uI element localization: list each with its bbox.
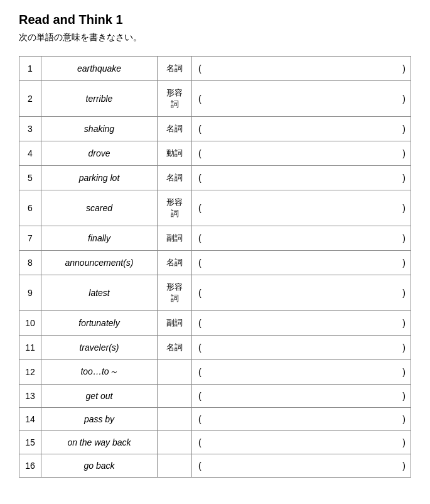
- open-paren: (: [198, 124, 202, 134]
- row-word: get out: [41, 385, 158, 408]
- row-number: 7: [19, 226, 41, 251]
- row-pos: 形容詞: [158, 275, 192, 311]
- close-paren: ): [402, 461, 406, 471]
- row-word: fortunately: [41, 311, 158, 336]
- row-word: pass by: [41, 408, 158, 431]
- row-word: on the way back: [41, 431, 158, 454]
- row-pos: 名詞: [158, 166, 192, 190]
- row-pos: [158, 431, 192, 454]
- table-row: 13get out(): [19, 385, 411, 408]
- row-pos: 動詞: [158, 141, 192, 166]
- close-paren: ): [402, 414, 406, 424]
- row-answer: (): [192, 81, 411, 117]
- table-row: 7finally副詞(): [19, 226, 411, 251]
- row-answer: (): [192, 454, 411, 478]
- close-paren: ): [402, 203, 406, 213]
- row-number: 6: [19, 190, 41, 226]
- row-number: 1: [19, 57, 41, 81]
- row-pos: 副詞: [158, 226, 192, 251]
- open-paren: (: [198, 94, 202, 104]
- table-row: 3shaking名詞(): [19, 117, 411, 141]
- open-paren: (: [198, 203, 202, 213]
- row-number: 11: [19, 336, 41, 360]
- table-row: 10fortunately副詞(): [19, 311, 411, 336]
- subtitle: 次の単語の意味を書きなさい。: [19, 32, 411, 43]
- close-paren: ): [402, 233, 406, 243]
- row-pos: [158, 360, 192, 385]
- open-paren: (: [198, 288, 202, 298]
- table-row: 8announcement(s)名詞(): [19, 251, 411, 275]
- row-pos: [158, 385, 192, 408]
- row-pos: 名詞: [158, 251, 192, 275]
- table-row: 14pass by(): [19, 408, 411, 431]
- row-number: 4: [19, 141, 41, 166]
- row-pos: 形容詞: [158, 190, 192, 226]
- row-pos: 名詞: [158, 57, 192, 81]
- close-paren: ): [402, 148, 406, 158]
- row-number: 16: [19, 454, 41, 478]
- vocabulary-table: 1earthquake名詞()2terrible形容詞()3shaking名詞(…: [19, 56, 411, 478]
- open-paren: (: [198, 367, 202, 377]
- row-word: earthquake: [41, 57, 158, 81]
- close-paren: ): [402, 63, 406, 74]
- row-answer: (): [192, 385, 411, 408]
- row-word: announcement(s): [41, 251, 158, 275]
- row-answer: (): [192, 166, 411, 190]
- table-row: 2terrible形容詞(): [19, 81, 411, 117]
- row-word: scared: [41, 190, 158, 226]
- page-title: Read and Think 1: [19, 13, 411, 27]
- row-number: 15: [19, 431, 41, 454]
- row-pos: [158, 408, 192, 431]
- close-paren: ): [402, 288, 406, 298]
- row-word: drove: [41, 141, 158, 166]
- row-answer: (): [192, 226, 411, 251]
- open-paren: (: [198, 437, 202, 447]
- table-row: 6scared形容詞(): [19, 190, 411, 226]
- close-paren: ): [402, 258, 406, 268]
- row-word: terrible: [41, 81, 158, 117]
- close-paren: ): [402, 342, 406, 353]
- row-answer: (): [192, 431, 411, 454]
- row-word: parking lot: [41, 166, 158, 190]
- row-pos: 名詞: [158, 117, 192, 141]
- close-paren: ): [402, 367, 406, 377]
- row-number: 12: [19, 360, 41, 385]
- open-paren: (: [198, 342, 202, 353]
- row-number: 14: [19, 408, 41, 431]
- open-paren: (: [198, 233, 202, 243]
- table-row: 11traveler(s)名詞(): [19, 336, 411, 360]
- close-paren: ): [402, 94, 406, 104]
- row-number: 3: [19, 117, 41, 141]
- open-paren: (: [198, 414, 202, 424]
- row-answer: (): [192, 360, 411, 385]
- close-paren: ): [402, 173, 406, 183]
- row-pos: 名詞: [158, 336, 192, 360]
- row-answer: (): [192, 408, 411, 431]
- row-answer: (): [192, 336, 411, 360]
- close-paren: ): [402, 318, 406, 328]
- row-word: traveler(s): [41, 336, 158, 360]
- open-paren: (: [198, 391, 202, 401]
- open-paren: (: [198, 318, 202, 328]
- row-answer: (): [192, 57, 411, 81]
- table-row: 4drove動詞(): [19, 141, 411, 166]
- close-paren: ): [402, 437, 406, 447]
- table-row: 9latest形容詞(): [19, 275, 411, 311]
- open-paren: (: [198, 63, 202, 74]
- row-word: too…to～: [41, 360, 158, 385]
- row-answer: (): [192, 275, 411, 311]
- open-paren: (: [198, 173, 202, 183]
- row-answer: (): [192, 251, 411, 275]
- table-row: 1earthquake名詞(): [19, 57, 411, 81]
- open-paren: (: [198, 258, 202, 268]
- row-word: latest: [41, 275, 158, 311]
- row-answer: (): [192, 190, 411, 226]
- row-number: 9: [19, 275, 41, 311]
- row-number: 2: [19, 81, 41, 117]
- row-pos: 形容詞: [158, 81, 192, 117]
- close-paren: ): [402, 391, 406, 401]
- close-paren: ): [402, 124, 406, 134]
- row-number: 10: [19, 311, 41, 336]
- row-word: go back: [41, 454, 158, 478]
- open-paren: (: [198, 148, 202, 158]
